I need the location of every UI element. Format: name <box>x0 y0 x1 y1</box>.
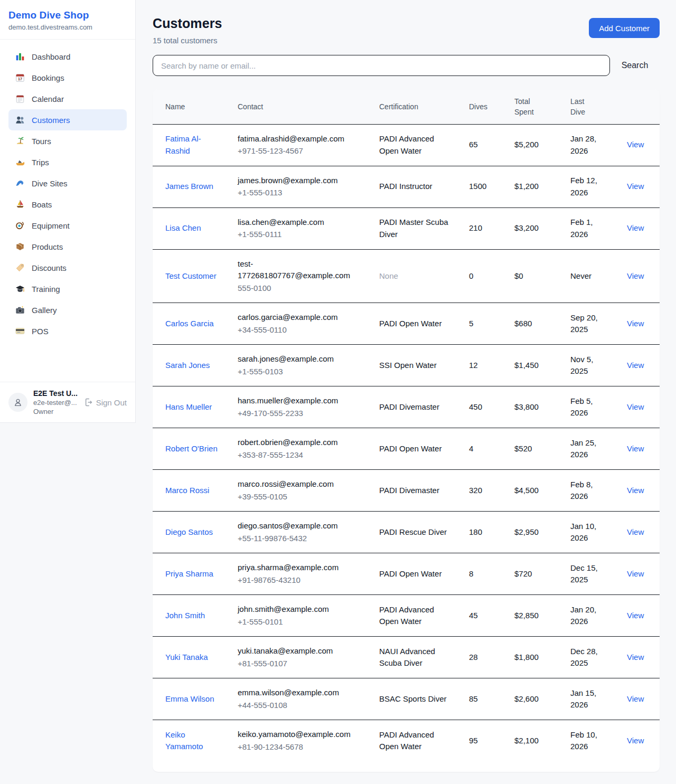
view-customer-link[interactable]: View <box>627 444 644 453</box>
view-customer-link[interactable]: View <box>627 611 644 620</box>
customer-name-link[interactable]: Lisa Chen <box>165 223 201 232</box>
sidebar-item-pos[interactable]: POS <box>8 320 127 342</box>
customer-certification: PADI Advanced Open Water <box>371 595 461 637</box>
page-header: Customers 15 total customers Add Custome… <box>153 16 660 45</box>
sign-out-icon <box>83 398 92 407</box>
customer-dives: 12 <box>461 345 506 386</box>
table-row: Marco Rossi marco.rossi@example.com +39-… <box>153 470 660 512</box>
sidebar-item-customers[interactable]: Customers <box>8 109 127 130</box>
customer-last-dive: Nov 5, 2025 <box>562 345 618 386</box>
customer-email: sarah.jones@example.com <box>238 353 362 365</box>
customer-dives: 8 <box>461 553 506 595</box>
customer-last-dive: Feb 12, 2026 <box>562 166 618 207</box>
customer-name-link[interactable]: Test Customer <box>165 271 217 280</box>
customer-dives: 95 <box>461 720 506 762</box>
customer-dives: 65 <box>461 124 506 166</box>
customer-name-link[interactable]: James Brown <box>165 182 213 191</box>
customer-last-dive: Jan 15, 2026 <box>562 678 618 720</box>
customer-phone: +1-555-0111 <box>238 229 362 241</box>
customer-certification: NAUI Advanced Scuba Diver <box>371 637 461 678</box>
table-row: Sarah Jones sarah.jones@example.com +1-5… <box>153 345 660 386</box>
customer-name-link[interactable]: John Smith <box>165 611 205 620</box>
customer-email: lisa.chen@example.com <box>238 216 362 229</box>
sidebar-item-training[interactable]: Training <box>8 278 127 299</box>
customer-total-spent: $5,200 <box>506 124 562 166</box>
customer-last-dive: Jan 20, 2026 <box>562 595 618 637</box>
customer-certification: PADI Instructor <box>371 166 461 207</box>
graduation-cap-icon <box>15 284 25 294</box>
customer-name-link[interactable]: Diego Santos <box>165 527 213 536</box>
view-customer-link[interactable]: View <box>627 486 644 495</box>
island-icon <box>15 136 25 146</box>
customer-phone: 555-0100 <box>238 282 362 295</box>
view-customer-link[interactable]: View <box>627 653 644 662</box>
view-customer-link[interactable]: View <box>627 319 644 328</box>
sidebar-item-products[interactable]: Products <box>8 236 127 257</box>
sidebar-item-discounts[interactable]: Discounts <box>8 257 127 278</box>
customer-name-link[interactable]: Carlos Garcia <box>165 319 214 328</box>
view-customer-link[interactable]: View <box>627 402 644 411</box>
main-content: Customers 15 total customers Add Custome… <box>136 0 676 784</box>
person-icon <box>13 398 23 407</box>
customer-phone: +81-90-1234-5678 <box>238 741 362 753</box>
customer-last-dive: Feb 1, 2026 <box>562 207 618 249</box>
customer-count: 15 total customers <box>153 36 222 45</box>
view-customer-link[interactable]: View <box>627 569 644 578</box>
svg-text:17: 17 <box>18 77 22 81</box>
customer-total-spent: $1,450 <box>506 345 562 386</box>
customer-email: robert.obrien@example.com <box>238 437 362 449</box>
customer-name-link[interactable]: Hans Mueller <box>165 402 212 411</box>
sidebar-item-trips[interactable]: Trips <box>8 152 127 173</box>
view-customer-link[interactable]: View <box>627 736 644 745</box>
view-customer-link[interactable]: View <box>627 182 644 191</box>
sidebar-item-tours[interactable]: Tours <box>8 130 127 152</box>
view-customer-link[interactable]: View <box>627 271 644 280</box>
customer-name-link[interactable]: Sarah Jones <box>165 361 210 370</box>
customer-name-link[interactable]: Robert O'Brien <box>165 444 218 453</box>
customer-total-spent: $0 <box>506 249 562 303</box>
sailboat-icon <box>15 200 25 209</box>
customer-total-spent: $3,800 <box>506 386 562 428</box>
add-customer-button[interactable]: Add Customer <box>589 18 660 38</box>
customer-total-spent: $1,800 <box>506 637 562 678</box>
customer-name-link[interactable]: Keiko Yamamoto <box>165 730 203 751</box>
sidebar-item-bookings[interactable]: 17 Bookings <box>8 67 127 88</box>
customer-name-link[interactable]: Yuki Tanaka <box>165 653 208 662</box>
sidebar-item-equipment[interactable]: Equipment <box>8 215 127 236</box>
customer-name-link[interactable]: Marco Rossi <box>165 486 209 495</box>
view-customer-link[interactable]: View <box>627 140 644 149</box>
sidebar-item-dive-sites[interactable]: Dive Sites <box>8 173 127 194</box>
table-row: Emma Wilson emma.wilson@example.com +44-… <box>153 678 660 720</box>
column-header-contact: Contact <box>229 90 371 124</box>
customer-total-spent: $2,600 <box>506 678 562 720</box>
customer-dives: 320 <box>461 470 506 512</box>
sidebar-item-gallery[interactable]: Gallery <box>8 299 127 320</box>
search-button[interactable]: Search <box>610 61 660 70</box>
customers-table-body: Fatima Al-Rashid fatima.alrashid@example… <box>153 124 660 761</box>
customer-phone: +39-555-0105 <box>238 491 362 503</box>
customer-last-dive: Feb 5, 2026 <box>562 386 618 428</box>
sidebar-item-calendar[interactable]: Calendar <box>8 88 127 109</box>
view-customer-link[interactable]: View <box>627 223 644 232</box>
customers-table-card: NameContactCertificationDivesTotal Spent… <box>153 90 660 772</box>
table-row: Lisa Chen lisa.chen@example.com +1-555-0… <box>153 207 660 249</box>
sidebar-item-dashboard[interactable]: Dashboard <box>8 46 127 67</box>
sidebar-item-boats[interactable]: Boats <box>8 194 127 215</box>
customer-total-spent: $2,950 <box>506 512 562 553</box>
customer-last-dive: Jan 10, 2026 <box>562 512 618 553</box>
sign-out-button[interactable]: Sign Out <box>83 398 127 407</box>
customer-name-link[interactable]: Priya Sharma <box>165 569 213 578</box>
customer-name-link[interactable]: Fatima Al-Rashid <box>165 134 201 155</box>
view-customer-link[interactable]: View <box>627 694 644 703</box>
table-row: Hans Mueller hans.mueller@example.com +4… <box>153 386 660 428</box>
view-customer-link[interactable]: View <box>627 527 644 536</box>
view-customer-link[interactable]: View <box>627 361 644 370</box>
customer-name-link[interactable]: Emma Wilson <box>165 694 214 703</box>
customer-last-dive: Dec 15, 2025 <box>562 553 618 595</box>
table-row: James Brown james.brown@example.com +1-5… <box>153 166 660 207</box>
customer-certification: PADI Open Water <box>371 303 461 345</box>
customer-email: hans.mueller@example.com <box>238 395 362 407</box>
search-input[interactable] <box>153 55 610 76</box>
shop-domain: demo.test.divestreams.com <box>8 23 127 31</box>
customer-phone: +353-87-555-1234 <box>238 449 362 461</box>
